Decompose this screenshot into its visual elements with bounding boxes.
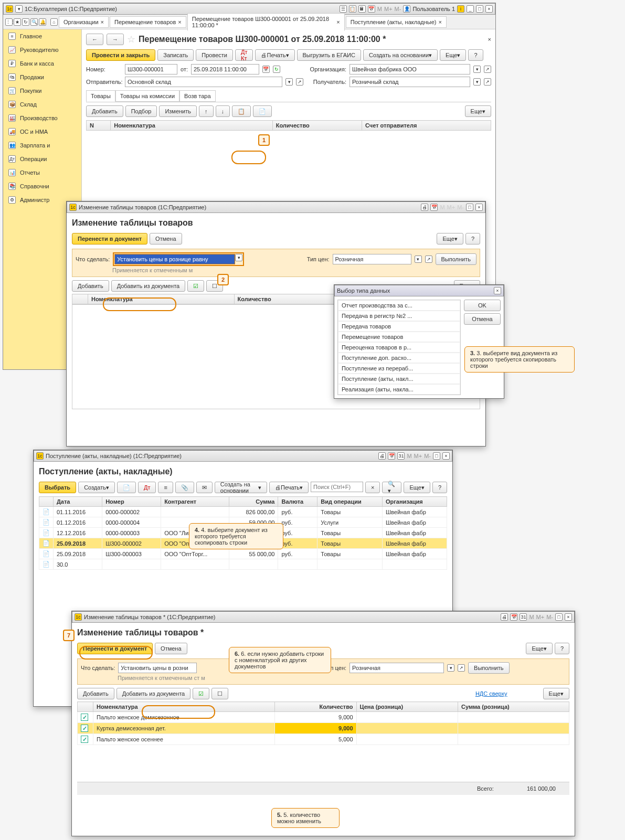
base-button[interactable]: Создать на основании ▾ xyxy=(215,482,267,493)
sidebar-item[interactable]: 📦Склад xyxy=(3,98,81,111)
table-row[interactable]: 📄25.09.2018Ш300-000003ООО "ОптТорг...55 … xyxy=(39,549,447,559)
vat-link[interactable]: НДС сверху xyxy=(475,690,507,697)
down-button[interactable]: ↓ xyxy=(216,105,230,117)
type-field[interactable] xyxy=(333,254,411,264)
print-button[interactable]: 🖨 Печать ▾ xyxy=(255,49,294,61)
move-button[interactable]: Перенести в документ xyxy=(77,643,153,654)
help-button[interactable]: ? xyxy=(555,643,569,654)
add-doc-button[interactable]: Добавить из документа xyxy=(111,280,186,292)
sidebar-item[interactable]: 🛒Покупки xyxy=(3,84,81,98)
more-button[interactable]: Еще ▾ xyxy=(440,49,466,61)
close-icon[interactable]: × xyxy=(488,36,491,42)
sidebar-item[interactable]: 📚Справочни xyxy=(3,179,81,193)
refresh-icon[interactable]: ↻ xyxy=(273,66,280,73)
base-button[interactable]: Создать на основании ▾ xyxy=(363,49,438,61)
type-field[interactable] xyxy=(349,663,444,673)
info-icon[interactable]: i xyxy=(457,5,464,13)
copy-icon[interactable]: 📄 xyxy=(117,482,136,493)
star-icon[interactable]: ★ xyxy=(14,18,21,26)
search-input[interactable] xyxy=(311,482,363,492)
tab-move[interactable]: Перемещение товаров× xyxy=(110,16,186,28)
egais-button[interactable]: Выгрузить в ЕГАИС xyxy=(297,49,361,61)
check-icon[interactable]: ☑ xyxy=(187,280,204,292)
move-button[interactable]: Перенести в документ xyxy=(72,233,147,244)
tool-icon[interactable]: ☰ xyxy=(340,5,347,13)
sender-field[interactable] xyxy=(125,77,282,87)
list-item[interactable]: Перемещение товаров xyxy=(338,332,460,342)
sidebar-item[interactable]: 📊Отчеты xyxy=(3,166,81,179)
nav-fwd[interactable]: → xyxy=(107,34,124,45)
receiver-field[interactable] xyxy=(349,77,470,87)
list-item[interactable]: Поступление из перераб... xyxy=(338,363,460,374)
user-icon[interactable]: 👤 xyxy=(403,5,410,13)
tab-doc[interactable]: Перемещение товаров Ш300-000001 от 25.09… xyxy=(187,13,345,31)
up-button[interactable]: ↑ xyxy=(199,105,214,117)
help-button[interactable]: ? xyxy=(432,482,447,493)
create-button[interactable]: Создать ▾ xyxy=(78,482,115,493)
table-row[interactable]: ✓Куртка демисезонная дет.9,000 xyxy=(78,723,569,734)
what-field[interactable] xyxy=(118,663,197,673)
add-button[interactable]: Добавить xyxy=(72,280,109,292)
help-button[interactable]: ? xyxy=(465,233,480,244)
more-button[interactable]: Еще ▾ xyxy=(465,105,491,117)
mem-m[interactable]: M xyxy=(377,6,382,12)
what-field[interactable] xyxy=(114,254,235,264)
record-button[interactable]: Записать xyxy=(157,49,194,61)
sidebar-item[interactable]: 📈Руководителю xyxy=(3,43,81,57)
subtab[interactable]: Товары на комиссии xyxy=(115,90,179,102)
more-button[interactable]: Еще ▾ xyxy=(437,233,463,244)
sidebar-item[interactable]: 👥Зарплата и xyxy=(3,139,81,152)
add-doc-button[interactable]: Добавить из документа xyxy=(116,688,191,699)
max-icon[interactable]: □ xyxy=(476,5,483,13)
edit-button[interactable]: Изменить xyxy=(159,105,197,117)
more-button[interactable]: Еще ▾ xyxy=(526,643,552,654)
close-icon[interactable]: × xyxy=(485,5,493,13)
nav-back[interactable]: ← xyxy=(86,34,103,45)
sidebar-item[interactable]: 🏭Производство xyxy=(3,111,81,125)
find-button[interactable]: 🔍 ▾ xyxy=(382,482,401,493)
uncheck-icon[interactable]: ☐ xyxy=(211,688,228,699)
list-item[interactable]: Поступление доп. расхо... xyxy=(338,353,460,363)
table-row[interactable]: ✓Пальто женское осеннее5,000 xyxy=(78,734,569,745)
star-icon[interactable]: ☆ xyxy=(127,34,135,45)
table-row[interactable]: 📄30.0 xyxy=(39,559,447,570)
cancel-button[interactable]: Отмена xyxy=(155,643,187,654)
tab-income[interactable]: Поступление (акты, накладные)× xyxy=(346,16,447,28)
more-button[interactable]: Еще ▾ xyxy=(404,482,430,493)
add-button[interactable]: Добавить xyxy=(77,688,114,699)
sidebar-item[interactable]: ₽Банк и касса xyxy=(3,57,81,70)
list-item[interactable]: Отчет производства за с... xyxy=(338,300,460,311)
post-close-button[interactable]: Провести и закрыть xyxy=(86,49,155,61)
list-icon[interactable]: ≡ xyxy=(158,482,173,493)
help-button[interactable]: ? xyxy=(468,49,483,61)
date-field[interactable] xyxy=(191,64,259,75)
sidebar-item[interactable]: 🚚ОС и НМА xyxy=(3,125,81,139)
close-icon[interactable]: × xyxy=(494,287,501,294)
sidebar-item[interactable]: ≡Главное xyxy=(3,29,81,43)
org-field[interactable] xyxy=(349,64,470,75)
apps-icon[interactable]: ⋮⋮ xyxy=(5,18,13,26)
list-item[interactable]: Передача товаров xyxy=(338,321,460,332)
tool-icon[interactable]: 📅 xyxy=(368,5,375,13)
tool-icon[interactable]: 🖩 xyxy=(358,5,366,13)
paste-button[interactable]: 📄 xyxy=(253,105,272,117)
sidebar-item[interactable]: 🛍Продажи xyxy=(3,70,81,84)
mem-mm[interactable]: M- xyxy=(395,6,401,12)
list-item[interactable]: Реализация (акты, накла... xyxy=(338,384,460,395)
list-item[interactable]: Поступление (акты, накл... xyxy=(338,374,460,384)
table-row[interactable]: ✓Пальто женское демисезонное9,000 xyxy=(78,712,569,723)
dropdown-icon[interactable]: ▾ xyxy=(15,5,23,13)
dtkt-icon[interactable]: Дт xyxy=(138,482,156,493)
copy-button[interactable]: 📋 xyxy=(232,105,251,117)
mail-icon[interactable]: ✉ xyxy=(196,482,213,493)
home-icon[interactable]: ⌂ xyxy=(50,18,58,26)
history-icon[interactable]: ↻ xyxy=(22,18,29,26)
print-button[interactable]: 🖨 Печать ▾ xyxy=(269,482,309,493)
min-icon[interactable]: _ xyxy=(467,5,474,13)
list-item[interactable]: Передача в регистр №2 ... xyxy=(338,311,460,321)
cancel-button[interactable]: Отмена xyxy=(464,313,501,325)
num-field[interactable] xyxy=(125,64,177,75)
exec-button[interactable]: Выполнить xyxy=(436,253,476,265)
select-button[interactable]: Выбрать xyxy=(39,482,76,493)
more-button[interactable]: Еще ▾ xyxy=(543,688,569,699)
